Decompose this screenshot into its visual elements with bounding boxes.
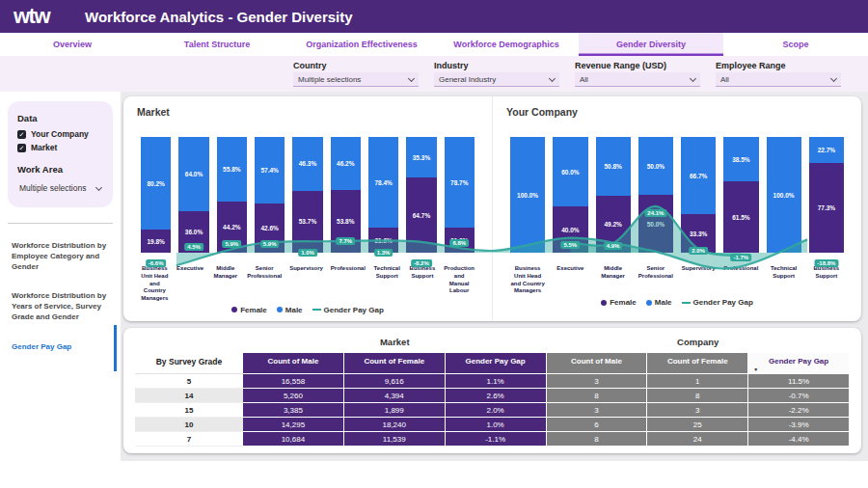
bar-column: 78.7%21.3%6.8% xyxy=(445,137,475,253)
legend-label: Gender Pay Gap xyxy=(693,298,753,307)
table-cell-m-female: 9,616 xyxy=(344,374,446,389)
column-header-market-count-of-male[interactable]: Count of Male xyxy=(243,353,344,374)
bar-segment-female[interactable]: 19.8% xyxy=(141,230,171,253)
bar-segment-female[interactable]: 50.0% xyxy=(638,195,673,253)
bar-segment-male[interactable]: 46.3% xyxy=(292,137,322,191)
table-cell-c-female: 24 xyxy=(647,432,748,447)
bar-segment-male[interactable]: 55.8% xyxy=(217,137,247,202)
sidebar-divider xyxy=(8,223,113,224)
bar-stack: 64.0%36.0%4.5% xyxy=(178,137,208,253)
pay-gap-label: 6.8% xyxy=(449,239,469,247)
bar-segment-male[interactable]: 100.0% xyxy=(767,137,801,253)
bar-stack: 50.0%50.0%24.1% xyxy=(638,137,673,253)
bar-value-label: 57.4% xyxy=(260,167,278,174)
bar-column: 100.0% xyxy=(510,137,545,253)
checkbox-option-market[interactable]: ✓Market xyxy=(17,143,103,152)
pay-gap-label: -1.7% xyxy=(731,254,752,261)
bar-segment-male[interactable]: 78.7% xyxy=(445,137,475,228)
filter-select-revenue-range-usd[interactable]: All xyxy=(575,72,700,87)
filter-bar: CountryMultiple selectionsIndustryGenera… xyxy=(0,56,868,92)
filter-value: All xyxy=(580,75,588,84)
tab-organization-effectiveness[interactable]: Organization Effectiveness xyxy=(289,33,434,56)
table-cell-m-gap: 2.0% xyxy=(446,403,547,418)
chart-panel-your-company: Your Company100.0%60.0%40.0%5.5%50.8%49.… xyxy=(493,96,861,321)
bar-stack: 66.7%33.3%2.0% xyxy=(681,137,716,253)
column-header-company-gender-pay-gap[interactable]: Gender Pay Gap▼ xyxy=(748,353,850,374)
bar-value-label: 61.5% xyxy=(732,214,749,221)
table-cell-m-male: 3,385 xyxy=(243,403,344,418)
pay-gap-label: 5.9% xyxy=(260,240,280,248)
bar-segment-male[interactable]: 50.8% xyxy=(596,137,631,196)
bar-value-label: 50.0% xyxy=(647,221,665,228)
work-area-select[interactable]: Multiple selections xyxy=(17,180,103,196)
bar-stack: 60.0%40.0%5.5% xyxy=(553,137,587,253)
bar-segment-male[interactable]: 35.3% xyxy=(406,137,436,177)
sidebar-item-workforce-distribution-by-employee-category-and-gender[interactable]: Workforce Distribution by Employee Categ… xyxy=(0,231,121,282)
bar-value-label: 66.7% xyxy=(690,173,707,179)
filter-label: Industry xyxy=(434,61,559,70)
sidebar-item-gender-pay-gap[interactable]: Gender Pay Gap xyxy=(0,333,121,363)
checkbox-checked-icon[interactable]: ✓ xyxy=(17,144,26,152)
bar-stack: 55.8%44.2%5.9% xyxy=(217,137,247,253)
bar-value-label: 64.7% xyxy=(413,212,430,219)
table-cell-c-female: 8 xyxy=(647,389,748,403)
column-header-market-gender-pay-gap[interactable]: Gender Pay Gap xyxy=(446,353,547,374)
chevron-down-icon xyxy=(549,74,556,81)
table-cell-m-male: 16,558 xyxy=(243,374,344,389)
checkbox-option-your-company[interactable]: ✓Your Company xyxy=(17,129,103,139)
tab-scope[interactable]: Scope xyxy=(723,33,868,56)
active-indicator xyxy=(114,325,117,371)
bar-segment-male[interactable]: 60.0% xyxy=(553,137,587,206)
chart-title: Market xyxy=(137,106,478,118)
filter-employee-range: Employee RangeAll xyxy=(716,61,841,87)
bar-column: 22.7%77.3%-18.8% xyxy=(809,137,844,253)
bar-segment-male[interactable]: 66.7% xyxy=(681,137,716,214)
bar-segment-male[interactable]: 64.0% xyxy=(178,137,208,211)
bar-segment-male[interactable]: 46.2% xyxy=(331,137,361,190)
filter-value: Multiple selections xyxy=(298,75,361,84)
app-header: wtw Workforce Analytics - Gender Diversi… xyxy=(0,0,868,33)
bar-segment-male[interactable]: 57.4% xyxy=(255,137,285,203)
bar-segment-male[interactable]: 80.2% xyxy=(141,137,171,230)
tab-label: Workforce Demographics xyxy=(453,40,558,49)
column-header-market-count-of-female[interactable]: Count of Female xyxy=(344,353,446,374)
chevron-down-icon xyxy=(830,74,837,81)
bar-stack: 35.3%64.7%-8.2% xyxy=(406,137,436,253)
bar-segment-male[interactable]: 22.7% xyxy=(809,137,844,163)
sidebar-item-workforce-distribution-by-years-of-service-survey-grade-and-gender[interactable]: Workforce Distribution by Years of Servi… xyxy=(0,282,121,332)
bar-column: 66.7%33.3%2.0% xyxy=(681,137,716,253)
filter-select-employee-range[interactable]: All xyxy=(716,72,841,87)
bar-segment-female[interactable]: 53.7% xyxy=(292,191,322,253)
column-header-company-count-of-female[interactable]: Count of Female xyxy=(647,353,748,374)
work-area-title: Work Area xyxy=(17,164,103,175)
tab-talent-structure[interactable]: Talent Structure xyxy=(145,33,289,56)
bar-column: 60.0%40.0%5.5% xyxy=(553,137,587,253)
bar-segment-male[interactable]: 50.0% xyxy=(638,137,673,195)
bar-segment-male[interactable]: 100.0% xyxy=(510,137,545,253)
pay-gap-label: -6.6% xyxy=(146,259,167,267)
table-cell-c-gap: -0.7% xyxy=(748,389,850,403)
bar-segment-female[interactable]: 77.3% xyxy=(809,163,844,253)
filter-select-industry[interactable]: General Industry xyxy=(434,72,559,87)
chevron-down-icon xyxy=(408,74,415,81)
bar-stack: 100.0% xyxy=(510,137,545,253)
tab-overview[interactable]: Overview xyxy=(0,33,145,56)
tab-workforce-demographics[interactable]: Workforce Demographics xyxy=(434,33,579,56)
tab-gender-diversity[interactable]: Gender Diversity xyxy=(579,33,723,56)
legend-label: Female xyxy=(240,306,267,314)
table-cell-c-female: 3 xyxy=(647,403,748,418)
checkbox-checked-icon[interactable]: ✓ xyxy=(17,130,26,139)
filter-select-country[interactable]: Multiple selections xyxy=(293,72,419,87)
bar-segment-male[interactable]: 38.5% xyxy=(723,137,758,181)
table-cell-m-male: 5,260 xyxy=(243,389,344,403)
bar-value-label: 46.2% xyxy=(337,160,354,167)
table-cell-c-female: 1 xyxy=(647,374,748,389)
data-section-title: Data xyxy=(17,113,103,123)
bar-value-label: 38.5% xyxy=(732,156,749,163)
bar-value-label: 64.0% xyxy=(185,171,203,177)
bar-segment-female[interactable]: 64.7% xyxy=(406,177,436,253)
column-header-company-count-of-male[interactable]: Count of Male xyxy=(547,353,648,374)
chart-plot: 100.0%60.0%40.0%5.5%50.8%49.2%4.9%50.0%5… xyxy=(506,127,848,253)
bar-segment-female[interactable]: 61.5% xyxy=(723,181,758,253)
bar-segment-male[interactable]: 78.4% xyxy=(368,137,398,228)
